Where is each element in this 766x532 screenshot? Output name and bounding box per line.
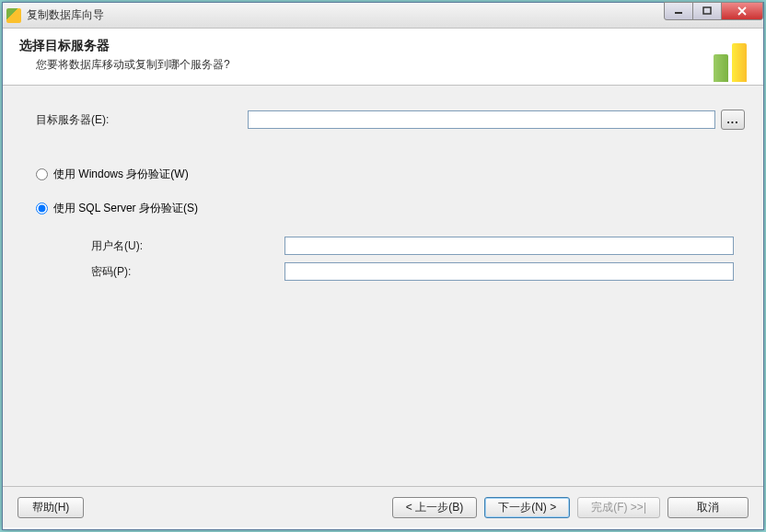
dest-server-row: 目标服务器(E): ... <box>36 110 745 130</box>
dest-server-input[interactable] <box>248 110 715 129</box>
password-row: 密码(P): <box>91 262 745 281</box>
page-subtitle: 您要将数据库移动或复制到哪个服务器? <box>36 57 747 73</box>
wizard-footer: 帮助(H) < 上一步(B) 下一步(N) > 完成(F) >>| 取消 <box>3 487 763 527</box>
auth-windows-label[interactable]: 使用 Windows 身份验证(W) <box>53 167 189 182</box>
finish-button: 完成(F) >>| <box>577 497 660 518</box>
svg-rect-1 <box>703 7 711 14</box>
minimize-button[interactable] <box>664 2 693 20</box>
wizard-window: 复制数据库向导 选择目标服务器 您要将数据库移动或复制到哪个服务器? 目标服务器… <box>2 2 764 530</box>
auth-windows-row: 使用 Windows 身份验证(W) <box>36 167 745 182</box>
titlebar[interactable]: 复制数据库向导 <box>3 3 763 29</box>
auth-sql-row: 使用 SQL Server 身份验证(S) <box>36 201 745 216</box>
auth-sql-radio[interactable] <box>36 202 48 214</box>
auth-sql-label[interactable]: 使用 SQL Server 身份验证(S) <box>53 201 198 216</box>
window-controls <box>665 2 763 20</box>
browse-server-button[interactable]: ... <box>721 110 745 130</box>
svg-rect-0 <box>675 12 682 14</box>
password-input[interactable] <box>284 262 734 281</box>
wizard-content: 目标服务器(E): ... 使用 Windows 身份验证(W) 使用 SQL … <box>3 86 763 487</box>
maximize-icon <box>702 6 712 16</box>
window-title: 复制数据库向导 <box>27 7 760 23</box>
username-label: 用户名(U): <box>91 238 284 254</box>
page-title: 选择目标服务器 <box>19 38 747 54</box>
header-graphic <box>708 36 754 82</box>
close-button[interactable] <box>721 2 763 20</box>
cancel-button[interactable]: 取消 <box>667 497 749 518</box>
decor-bar-green <box>714 54 728 82</box>
username-row: 用户名(U): <box>91 237 745 255</box>
next-button[interactable]: 下一步(N) > <box>484 497 570 518</box>
auth-windows-radio[interactable] <box>36 168 48 180</box>
back-button[interactable]: < 上一步(B) <box>392 497 477 518</box>
app-icon <box>6 8 21 23</box>
maximize-button[interactable] <box>692 2 722 20</box>
help-button[interactable]: 帮助(H) <box>17 497 84 518</box>
username-input[interactable] <box>284 237 734 255</box>
minimize-icon <box>674 6 683 16</box>
wizard-header: 选择目标服务器 您要将数据库移动或复制到哪个服务器? <box>3 29 763 86</box>
credentials-section: 用户名(U): 密码(P): <box>91 237 745 281</box>
password-label: 密码(P): <box>91 264 284 280</box>
decor-bar-yellow <box>732 43 747 82</box>
dest-server-label: 目标服务器(E): <box>36 112 248 128</box>
close-icon <box>737 6 747 16</box>
